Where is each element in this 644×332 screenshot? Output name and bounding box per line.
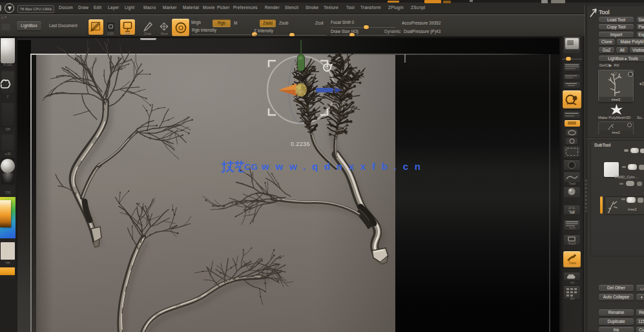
- svg-text:0.2236: 0.2236: [291, 141, 310, 147]
- svg-text:www.qdnxxfb.cn: www.qdnxxfb.cn: [261, 161, 427, 172]
- svg-text:CG: CG: [244, 162, 258, 172]
